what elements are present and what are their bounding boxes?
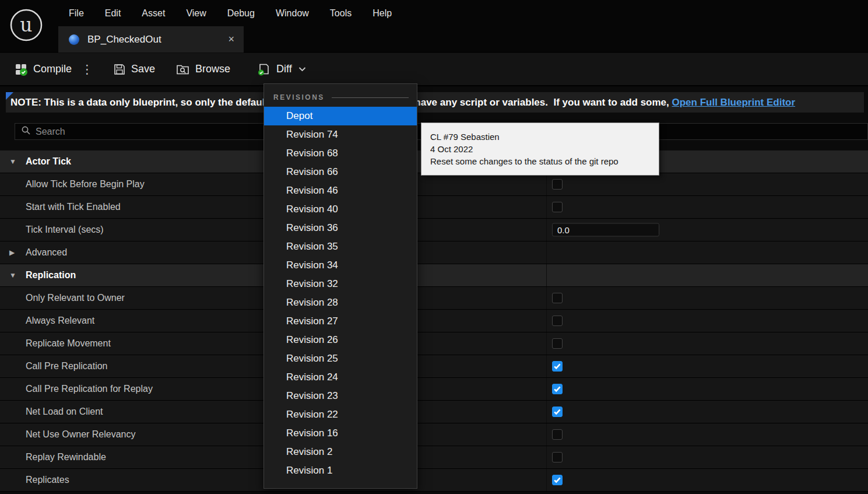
property-row-start-with-tick-enabled: Start with Tick Enabled — [0, 196, 868, 219]
close-icon[interactable]: × — [228, 33, 234, 45]
revision-item-revision-28[interactable]: Revision 28 — [264, 293, 417, 312]
revision-item-depot[interactable]: Depot — [264, 107, 417, 125]
save-label: Save — [131, 63, 155, 75]
revision-item-revision-32[interactable]: Revision 32 — [264, 275, 417, 293]
save-button[interactable]: Save — [113, 63, 155, 76]
revision-tooltip: CL #79 Sebastien4 Oct 2022Reset some cha… — [421, 122, 659, 176]
checkbox-net-load-on-client[interactable] — [552, 407, 563, 417]
revision-item-revision-66[interactable]: Revision 66 — [264, 163, 417, 181]
checkbox-net-use-owner-relevancy[interactable] — [552, 429, 563, 440]
revision-item-revision-34[interactable]: Revision 34 — [264, 256, 417, 275]
browse-label: Browse — [195, 63, 230, 75]
property-row-net-load-on-client: Net Load on Client — [0, 401, 868, 423]
tab-title: BP_CheckedOut — [87, 34, 161, 45]
property-row-tick-interval-secs: Tick Interval (secs)0.0 — [0, 219, 868, 241]
revision-item-revision-40[interactable]: Revision 40 — [264, 200, 417, 219]
property-row-always-relevant: Always Relevant — [0, 310, 868, 332]
chevron-down-icon[interactable]: ▼ — [9, 271, 16, 279]
toolbar: Compile ⋮ Save Browse — [0, 53, 868, 86]
menu-item-edit[interactable]: Edit — [94, 8, 132, 19]
revision-item-revision-22[interactable]: Revision 22 — [264, 405, 417, 424]
property-label: Actor Tick — [26, 156, 71, 167]
property-label: Tick Interval (secs) — [26, 225, 104, 235]
column-divider — [546, 332, 547, 355]
column-divider — [546, 378, 547, 400]
save-icon — [113, 63, 126, 76]
compile-options-kebab-icon[interactable]: ⋮ — [81, 63, 93, 75]
column-divider — [546, 310, 547, 332]
property-label: Allow Tick Before Begin Play — [26, 179, 145, 190]
header-divider — [332, 97, 409, 98]
details-panel: ▼Actor TickAllow Tick Before Begin PlayS… — [0, 150, 868, 492]
revisions-list: DepotRevision 74Revision 68Revision 66Re… — [264, 107, 417, 480]
column-divider — [546, 241, 547, 264]
checkbox-only-relevant-to-owner[interactable] — [552, 293, 563, 303]
revision-item-revision-74[interactable]: Revision 74 — [264, 125, 417, 144]
search-input[interactable] — [36, 127, 280, 137]
revision-item-revision-25[interactable]: Revision 25 — [264, 349, 417, 368]
diff-icon — [257, 62, 271, 76]
property-row-advanced[interactable]: ▶Advanced — [0, 241, 868, 264]
revisions-dropdown-menu: REVISIONS DepotRevision 74Revision 68Rev… — [263, 83, 417, 489]
revision-item-revision-26[interactable]: Revision 26 — [264, 331, 417, 349]
number-input-tick-interval-secs[interactable]: 0.0 — [552, 223, 659, 237]
tab-bp-checkedout[interactable]: BP_CheckedOut × — [58, 26, 244, 52]
revision-item-revision-23[interactable]: Revision 23 — [264, 387, 417, 405]
chevron-down-icon[interactable]: ▼ — [9, 157, 16, 166]
checkbox-call-pre-replication[interactable] — [552, 361, 563, 372]
note-corner-accent — [6, 92, 13, 100]
checkbox-call-pre-replication-for-replay[interactable] — [552, 384, 563, 394]
column-divider — [546, 401, 547, 423]
property-label: Replication — [26, 270, 76, 281]
unreal-engine-logo-icon[interactable]: u — [9, 8, 44, 43]
tab-strip: BP_CheckedOut × — [0, 26, 868, 52]
diff-button[interactable]: Diff — [257, 62, 306, 76]
menu-item-tools[interactable]: Tools — [319, 8, 362, 19]
column-divider — [546, 287, 547, 309]
compile-button[interactable]: Compile — [14, 62, 72, 76]
revision-item-revision-35[interactable]: Revision 35 — [264, 237, 417, 256]
diff-label: Diff — [276, 63, 292, 75]
menu-bar: FileEditAssetViewDebugWindowToolsHelp — [0, 0, 868, 26]
menu-item-window[interactable]: Window — [265, 8, 319, 19]
menu-item-asset[interactable]: Asset — [131, 8, 175, 19]
browse-button[interactable]: Browse — [176, 63, 230, 76]
revision-item-revision-68[interactable]: Revision 68 — [264, 144, 417, 163]
revision-item-revision-24[interactable]: Revision 24 — [264, 368, 417, 387]
revision-item-revision-2[interactable]: Revision 2 — [264, 443, 417, 461]
revision-item-revision-27[interactable]: Revision 27 — [264, 312, 417, 331]
checkbox-allow-tick-before-begin-play[interactable] — [552, 179, 563, 190]
checkbox-replicate-movement[interactable] — [552, 338, 563, 349]
checkbox-replay-rewindable[interactable] — [552, 452, 563, 463]
menu-item-view[interactable]: View — [175, 8, 216, 19]
revision-item-revision-36[interactable]: Revision 36 — [264, 219, 417, 237]
menu-item-debug[interactable]: Debug — [217, 8, 265, 19]
search-icon — [21, 125, 31, 138]
compile-label: Compile — [33, 63, 72, 75]
property-row-net-use-owner-relevancy: Net Use Owner Relevancy — [0, 423, 868, 446]
browse-folder-icon — [176, 63, 190, 76]
menu-item-help[interactable]: Help — [362, 8, 402, 19]
property-label: Call Pre Replication — [26, 361, 108, 372]
revisions-menu-title: REVISIONS — [273, 93, 325, 101]
column-divider — [546, 469, 547, 491]
checkbox-start-with-tick-enabled[interactable] — [552, 202, 563, 212]
blueprint-icon — [69, 34, 79, 45]
property-row-replicate-movement: Replicate Movement — [0, 332, 868, 355]
open-full-blueprint-editor-link[interactable]: Open Full Blueprint Editor — [672, 97, 796, 108]
category-row-replication[interactable]: ▼Replication — [0, 264, 868, 287]
property-label: Replicates — [26, 475, 69, 485]
property-label: Advanced — [26, 247, 67, 258]
revision-item-revision-1[interactable]: Revision 1 — [264, 461, 417, 480]
menu-item-file[interactable]: File — [58, 8, 94, 19]
column-divider — [546, 355, 547, 377]
column-divider — [546, 264, 547, 286]
revision-item-revision-46[interactable]: Revision 46 — [264, 181, 417, 200]
chevron-right-icon[interactable]: ▶ — [9, 248, 15, 257]
column-divider — [546, 196, 547, 218]
tooltip-line: Reset some changes to the status of the … — [430, 155, 650, 167]
revision-item-revision-16[interactable]: Revision 16 — [264, 424, 417, 443]
property-label: Always Relevant — [26, 316, 94, 326]
checkbox-replicates[interactable] — [552, 475, 563, 485]
checkbox-always-relevant[interactable] — [552, 316, 563, 326]
